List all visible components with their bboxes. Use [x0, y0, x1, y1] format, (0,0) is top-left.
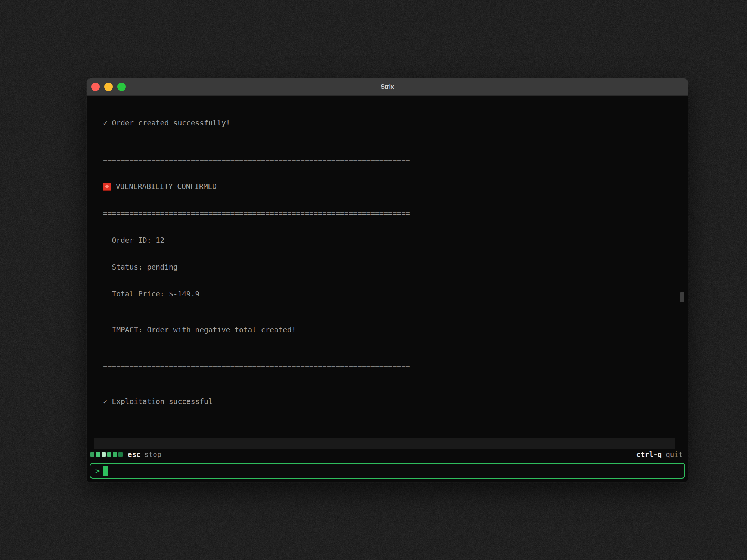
scrollbar-thumb[interactable] — [680, 292, 684, 302]
window-title: Strix — [87, 84, 688, 90]
status-bar: esc stop ctrl-q quit — [87, 449, 688, 460]
vulnerability-confirmed-label: VULNERABILITY CONFIRMED — [116, 182, 217, 191]
order-status-line: Status: pending — [103, 263, 688, 272]
quit-action-label: quit — [666, 450, 683, 458]
separator-line: ========================================… — [103, 209, 688, 218]
vulnerability-report-panel: Vulnerability Report Title:Negative Quan… — [94, 438, 675, 449]
separator-line: ========================================… — [103, 361, 688, 370]
separator-line: ========================================… — [103, 155, 688, 164]
quit-hint-group: ctrl-q quit — [636, 450, 683, 458]
ctrl-q-key-hint: ctrl-q — [636, 450, 662, 458]
esc-action-label: stop — [144, 450, 161, 458]
strix-terminal-window: Strix ✓ Order created successfully! ====… — [87, 78, 688, 482]
window-titlebar[interactable]: Strix — [87, 78, 688, 96]
order-success-message: ✓ Order created successfully! — [103, 119, 688, 128]
spinner-blocks-icon — [90, 452, 123, 457]
terminal-output-area[interactable]: ✓ Order created successfully! ==========… — [87, 96, 688, 449]
siren-icon — [103, 183, 111, 191]
impact-line: IMPACT: Order with negative total create… — [103, 326, 688, 335]
esc-key-hint: esc — [128, 450, 140, 458]
order-id-line: Order ID: 12 — [103, 236, 688, 245]
command-input[interactable]: > — [90, 463, 685, 479]
total-price-line: Total Price: $-149.9 — [103, 290, 688, 299]
vulnerability-confirmed-heading: VULNERABILITY CONFIRMED — [103, 182, 688, 191]
exploitation-success-message: ✓ Exploitation successful — [103, 397, 688, 406]
text-cursor — [103, 466, 108, 476]
prompt-chevron-icon: > — [95, 466, 100, 475]
